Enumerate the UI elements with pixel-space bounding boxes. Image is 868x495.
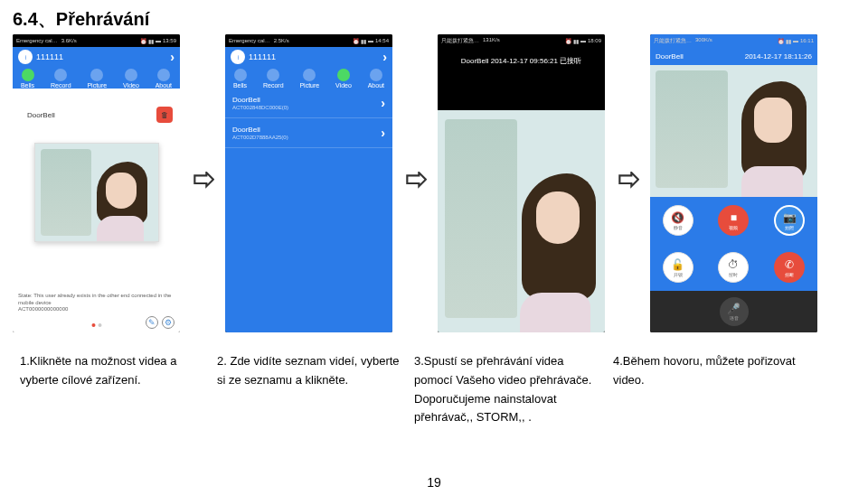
photo-button[interactable]: 📷拍照: [774, 205, 805, 236]
status-bar: 只能拨打紧急… 300K/s ⏰ ▮▮ ▬ 16:11: [650, 34, 817, 47]
status-time: 14:54: [375, 38, 389, 43]
list-item[interactable]: DoorBell ACT002848DC000E(0) ›: [225, 89, 392, 118]
video-list: DoorBell ACT002848DC000E(0) › DoorBell A…: [225, 89, 392, 332]
status-speed: 131K/s: [483, 37, 500, 45]
mute-button[interactable]: 🔇静音: [663, 205, 693, 236]
status-bar: Emergency cal… 3.6K/s ⏰ ▮▮ ▬ 13:59: [13, 34, 180, 47]
screenshot-row: Emergency cal… 3.6K/s ⏰ ▮▮ ▬ 13:59 ⌇ 111…: [13, 34, 863, 332]
arrow-icon: [189, 34, 216, 332]
playback-title: DoorBell 2014-12-17 09:56:21 已接听: [438, 47, 605, 75]
tab-bar: Bells Record Picture Video About: [13, 67, 180, 89]
screenshot-3: 只能拨打紧急… 131K/s ⏰ ▮▮ ▬ 18:09 DoorBell 201…: [438, 34, 605, 332]
chevron-right-icon: ›: [381, 126, 385, 140]
screenshot-4: 只能拨打紧急… 300K/s ⏰ ▮▮ ▬ 16:11 DoorBell 201…: [650, 34, 817, 332]
camera-preview: [34, 143, 159, 242]
header-number: 111111: [36, 52, 63, 61]
screenshot-2: Emergency cal… 2.5K/s ⏰ ▮▮ ▬ 14:54 ⌇ 111…: [225, 34, 392, 332]
list-item[interactable]: DoorBell ACT002D7888AA25(0) ›: [225, 118, 392, 148]
phone-icon: ✆: [785, 258, 794, 271]
player-area: DoorBell 2014-12-17 09:56:21 已接听: [438, 47, 605, 332]
call-title: DoorBell: [656, 52, 684, 61]
tab-picture[interactable]: Picture: [87, 69, 107, 89]
doorbell-label: DoorBell: [20, 111, 156, 119]
caption-3: 3.Spustí se přehrávání videa pomocí Vaše…: [407, 352, 606, 427]
status-carrier: Emergency cal…: [229, 38, 270, 43]
signal-icon: ▮▮: [361, 38, 366, 44]
header-bar: ⌇ 111111 ›: [225, 47, 392, 67]
status-carrier: 只能拨打紧急…: [654, 37, 692, 45]
tab-picture[interactable]: Picture: [299, 69, 319, 89]
unlock-button[interactable]: 🔓开锁: [663, 252, 693, 283]
alarm-icon: ⏰: [778, 38, 784, 44]
battery-icon: ▬: [580, 38, 586, 43]
wifi-icon: ⌇: [231, 50, 245, 64]
video-button[interactable]: ■视频: [718, 205, 749, 236]
tab-bar: Bells Record Picture Video About: [225, 67, 392, 89]
video-frame[interactable]: [438, 110, 605, 332]
tab-bells[interactable]: Bells: [21, 69, 34, 89]
item-sub: ACT002848DC000E(0): [232, 105, 288, 110]
status-speed: 300K/s: [695, 37, 712, 45]
gear-icon[interactable]: ⚙: [162, 316, 175, 329]
chevron-right-icon[interactable]: ›: [170, 50, 175, 64]
button-row-2: 🔓开锁 ⏱留时 ✆挂断: [650, 244, 817, 291]
tab-video[interactable]: Video: [123, 69, 139, 89]
mute-icon: 🔇: [671, 211, 684, 224]
doorbell-row[interactable]: DoorBell 🗑: [13, 89, 180, 141]
section-title: 6.4、Přehrávání: [13, 7, 149, 32]
hangup-button[interactable]: ✆挂断: [774, 252, 805, 283]
status-carrier: 只能拨打紧急…: [441, 37, 479, 45]
timer-button[interactable]: ⏱留时: [718, 252, 749, 283]
status-time: 18:09: [588, 38, 601, 43]
item-sub: ACT002D7888AA25(0): [232, 135, 288, 140]
edit-icon[interactable]: ✎: [146, 316, 158, 329]
tab-record[interactable]: Record: [51, 69, 71, 89]
item-name: DoorBell: [232, 96, 288, 104]
chevron-right-icon[interactable]: ›: [382, 50, 387, 64]
screenshot-1: Emergency cal… 3.6K/s ⏰ ▮▮ ▬ 13:59 ⌇ 111…: [13, 34, 180, 332]
content-area: DoorBell 🗑 State: This user already exis…: [13, 89, 180, 332]
status-carrier: Emergency cal…: [16, 38, 58, 43]
captions-row: 1.Klikněte na možnost videa a vyberte cí…: [0, 352, 868, 427]
arrow-icon: [401, 34, 429, 332]
trash-icon[interactable]: 🗑: [156, 107, 173, 123]
wifi-icon: ⌇: [18, 50, 33, 64]
caption-4: 4.Během hovoru, můžete pořizovat video.: [606, 352, 803, 427]
mic-button[interactable]: 🎤语音: [720, 297, 749, 326]
alarm-icon: ⏰: [353, 38, 359, 44]
status-speed: 2.5K/s: [274, 38, 289, 43]
camera-icon: 📷: [783, 211, 797, 224]
state-note: State: This user already exists in the o…: [18, 293, 175, 313]
chevron-right-icon: ›: [381, 96, 385, 110]
status-bar: Emergency cal… 2.5K/s ⏰ ▮▮ ▬ 14:54: [225, 34, 392, 47]
bottom-bar: 🎤语音: [650, 291, 817, 332]
status-time: 16:11: [800, 38, 814, 43]
tab-video[interactable]: Video: [335, 69, 352, 89]
header-bar: ⌇ 111111 ›: [13, 47, 180, 67]
lock-icon: 🔓: [671, 258, 684, 271]
tab-record[interactable]: Record: [263, 69, 284, 89]
header-number: 111111: [249, 52, 276, 61]
tab-bells[interactable]: Bells: [233, 69, 247, 89]
signal-icon: ▮▮: [148, 38, 154, 44]
item-name: DoorBell: [232, 126, 288, 134]
clock-icon: ⏱: [728, 258, 739, 271]
signal-icon: ▮▮: [573, 38, 579, 44]
tab-about[interactable]: About: [156, 69, 172, 89]
status-time: 13:59: [163, 38, 176, 43]
caption-1: 1.Klikněte na možnost videa a vyberte cí…: [13, 352, 210, 427]
video-icon: ■: [731, 211, 737, 224]
call-header: DoorBell 2014-12-17 18:11:26: [650, 47, 817, 65]
page-indicator: [91, 323, 101, 327]
call-timestamp: 2014-12-17 18:11:26: [745, 52, 812, 61]
button-row-1: 🔇静音 ■视频 📷拍照: [650, 197, 817, 244]
status-speed: 3.6K/s: [61, 38, 77, 43]
page-number: 19: [427, 475, 441, 490]
tab-about[interactable]: About: [368, 69, 384, 89]
alarm-icon: ⏰: [565, 38, 571, 44]
battery-icon: ▬: [793, 38, 798, 43]
alarm-icon: ⏰: [140, 38, 146, 44]
arrow-icon: [614, 34, 641, 332]
battery-icon: ▬: [368, 38, 373, 43]
caption-2: 2. Zde vidíte seznam videí, vyberte si z…: [210, 352, 407, 427]
